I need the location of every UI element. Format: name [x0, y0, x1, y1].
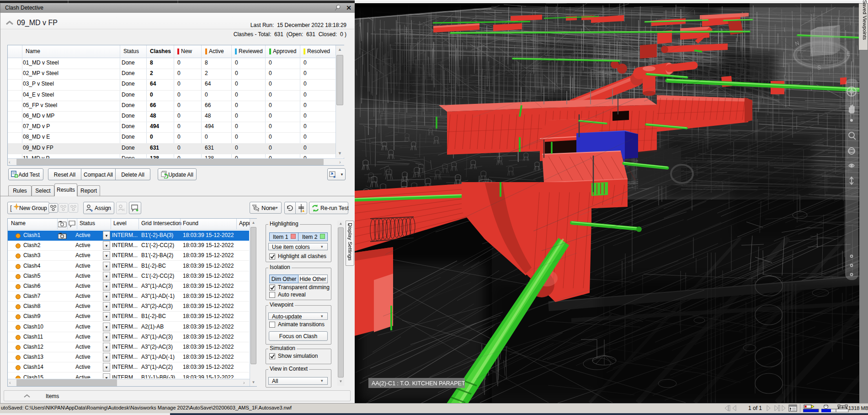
svg-text:1 of 1: 1 of 1: [748, 405, 762, 411]
svg-text:S: S: [817, 65, 821, 71]
svg-text:E: E: [847, 51, 850, 57]
svg-text:AA(2)-C1 : T.O. KITCHEN PARAPE: AA(2)-C1 : T.O. KITCHEN PARAPET: [372, 380, 465, 387]
